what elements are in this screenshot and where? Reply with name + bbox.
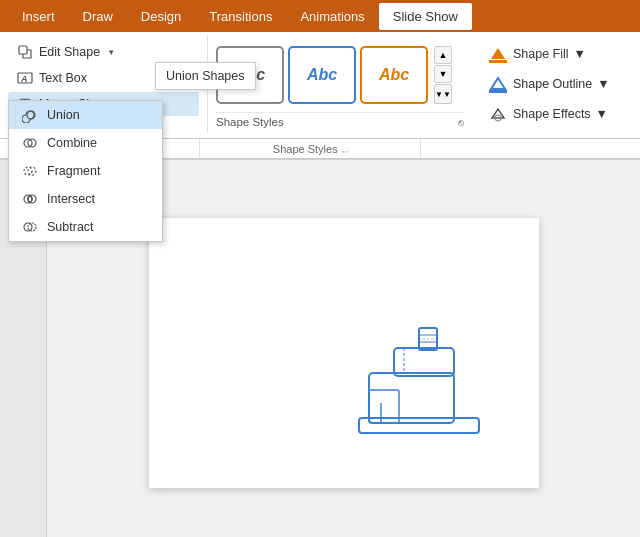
intersect-label: Intersect	[47, 192, 95, 206]
ribbon-content: Edit Shape ▼ A Text Box	[0, 32, 640, 139]
tab-slideshow[interactable]: Slide Show	[379, 3, 472, 30]
fragment-icon	[21, 162, 39, 180]
tab-transitions[interactable]: Transitions	[195, 3, 286, 30]
text-box-icon: A	[16, 69, 34, 87]
text-box-label: Text Box	[39, 71, 87, 85]
svg-rect-14	[489, 60, 507, 63]
combine-item[interactable]: Combine	[9, 129, 162, 157]
shape-outline-label: Shape Outline	[513, 77, 592, 91]
union-icon	[21, 106, 39, 124]
style-scroll-more[interactable]: ▼▼	[434, 84, 452, 104]
subtract-icon	[21, 218, 39, 236]
section-label-props	[421, 139, 641, 158]
shape-outline-arrow: ▼	[597, 77, 609, 91]
shape-fill-arrow: ▼	[574, 47, 586, 61]
section-label-styles: Shape Styles ⎵	[200, 139, 421, 158]
slide-canvas	[149, 218, 539, 488]
combine-icon	[21, 134, 39, 152]
fragment-label: Fragment	[47, 164, 101, 178]
tab-design[interactable]: Design	[127, 3, 195, 30]
svg-rect-19	[394, 348, 454, 376]
svg-text:A: A	[20, 74, 28, 84]
shape-style-orange[interactable]: Abc	[360, 46, 428, 104]
tab-bar: Insert Draw Design Transitions Animation…	[0, 0, 640, 32]
edit-shape-icon	[16, 43, 34, 61]
shape-fill-button[interactable]: Shape Fill ▼	[480, 40, 624, 68]
shape-styles-expand[interactable]: ⎋	[458, 117, 464, 128]
style-scroll: ▲ ▼ ▼▼	[434, 46, 452, 104]
tab-insert[interactable]: Insert	[8, 3, 69, 30]
shape-effects-arrow: ▼	[596, 107, 608, 121]
edit-shape-button[interactable]: Edit Shape ▼	[8, 40, 199, 64]
style-scroll-up[interactable]: ▲	[434, 46, 452, 64]
svg-rect-15	[489, 90, 507, 93]
sewing-machine-illustration	[349, 318, 489, 448]
intersect-icon	[21, 190, 39, 208]
tab-animations[interactable]: Animations	[286, 3, 378, 30]
shape-fill-icon	[488, 44, 508, 64]
svg-rect-17	[359, 418, 479, 433]
shape-effects-button[interactable]: Shape Effects ▼	[480, 100, 624, 128]
combine-label: Combine	[47, 136, 97, 150]
tab-draw[interactable]: Draw	[69, 3, 127, 30]
shape-style-blue[interactable]: Abc	[288, 46, 356, 104]
subtract-item[interactable]: Subtract	[9, 213, 162, 241]
fragment-item[interactable]: Fragment	[9, 157, 162, 185]
union-item[interactable]: Union	[9, 101, 162, 129]
shape-outline-button[interactable]: Shape Outline ▼	[480, 70, 624, 98]
shape-styles-label: Shape Styles ⎋	[216, 112, 464, 128]
subtract-label: Subtract	[47, 220, 94, 234]
ribbon-section-props: Shape Fill ▼ Shape Outline ▼	[472, 36, 632, 132]
union-tooltip: Union Shapes	[155, 62, 256, 90]
ribbon-section-insert: Edit Shape ▼ A Text Box	[8, 36, 208, 132]
shape-effects-icon	[488, 104, 508, 124]
union-label: Union	[47, 108, 80, 122]
style-scroll-down[interactable]: ▼	[434, 65, 452, 83]
edit-shape-arrow: ▼	[107, 48, 115, 57]
shape-outline-icon	[488, 74, 508, 94]
svg-rect-0	[19, 46, 27, 54]
intersect-item[interactable]: Intersect	[9, 185, 162, 213]
shape-effects-label: Shape Effects	[513, 107, 591, 121]
merge-shapes-dropdown: Union Combine	[8, 100, 163, 242]
section-expand-icon[interactable]: ⎵	[342, 144, 347, 154]
shape-fill-label: Shape Fill	[513, 47, 569, 61]
edit-shape-label: Edit Shape	[39, 45, 100, 59]
